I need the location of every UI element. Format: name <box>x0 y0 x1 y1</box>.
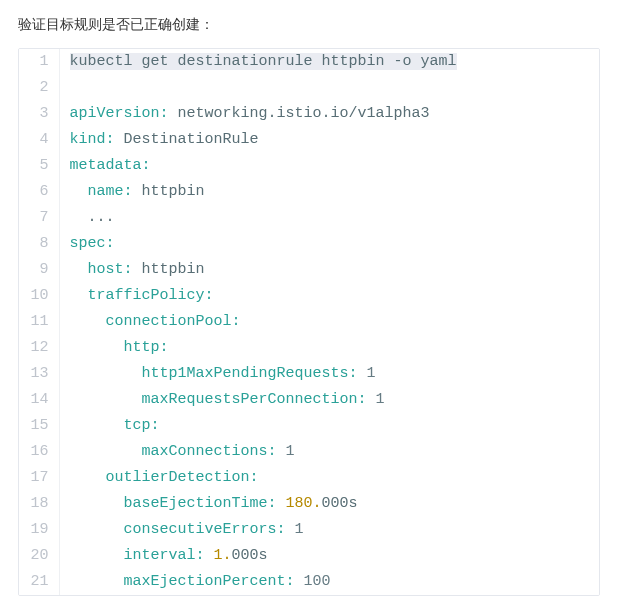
code-line: 10 trafficPolicy: <box>19 283 599 309</box>
line-number: 10 <box>19 283 59 309</box>
code-token: ... <box>70 209 115 226</box>
code-token <box>70 287 88 304</box>
code-line: 1kubectl get destinationrule httpbin -o … <box>19 49 599 75</box>
code-token <box>70 365 142 382</box>
line-content: name: httpbin <box>59 179 599 205</box>
line-content: apiVersion: networking.istio.io/v1alpha3 <box>59 101 599 127</box>
code-token: 1. <box>214 547 232 564</box>
line-content: ... <box>59 205 599 231</box>
line-content: spec: <box>59 231 599 257</box>
code-token: consecutiveErrors: <box>124 521 286 538</box>
line-number: 4 <box>19 127 59 153</box>
code-token: baseEjectionTime: <box>124 495 277 512</box>
code-line: 7 ... <box>19 205 599 231</box>
code-line: 5metadata: <box>19 153 599 179</box>
line-number: 6 <box>19 179 59 205</box>
code-line: 9 host: httpbin <box>19 257 599 283</box>
code-line: 17 outlierDetection: <box>19 465 599 491</box>
code-token: outlierDetection: <box>106 469 259 486</box>
code-line: 13 http1MaxPendingRequests: 1 <box>19 361 599 387</box>
code-line: 4kind: DestinationRule <box>19 127 599 153</box>
code-token: spec: <box>70 235 115 252</box>
code-token <box>70 495 124 512</box>
line-content: connectionPool: <box>59 309 599 335</box>
code-token <box>70 547 124 564</box>
code-line: 14 maxRequestsPerConnection: 1 <box>19 387 599 413</box>
code-token: trafficPolicy: <box>88 287 214 304</box>
line-content: consecutiveErrors: 1 <box>59 517 599 543</box>
line-content: metadata: <box>59 153 599 179</box>
code-token: 1 <box>295 521 304 538</box>
code-line: 6 name: httpbin <box>19 179 599 205</box>
line-content: http1MaxPendingRequests: 1 <box>59 361 599 387</box>
line-content: interval: 1.000s <box>59 543 599 569</box>
line-number: 9 <box>19 257 59 283</box>
code-token <box>277 495 286 512</box>
code-line: 3apiVersion: networking.istio.io/v1alpha… <box>19 101 599 127</box>
line-number: 11 <box>19 309 59 335</box>
code-token: maxConnections: <box>142 443 277 460</box>
code-token: name: <box>88 183 133 200</box>
code-token: 000s <box>232 547 268 564</box>
line-number: 5 <box>19 153 59 179</box>
code-token: 1 <box>367 365 376 382</box>
code-token <box>277 443 286 460</box>
code-token: 1 <box>376 391 385 408</box>
code-block: 1kubectl get destinationrule httpbin -o … <box>18 48 600 596</box>
line-content: maxEjectionPercent: 100 <box>59 569 599 595</box>
line-number: 13 <box>19 361 59 387</box>
line-number: 16 <box>19 439 59 465</box>
code-token: httpbin <box>133 261 205 278</box>
code-line: 16 maxConnections: 1 <box>19 439 599 465</box>
code-token: host: <box>88 261 133 278</box>
line-number: 18 <box>19 491 59 517</box>
code-line: 11 connectionPool: <box>19 309 599 335</box>
code-token <box>70 391 142 408</box>
line-number: 8 <box>19 231 59 257</box>
code-token: connectionPool: <box>106 313 241 330</box>
code-token: apiVersion: <box>70 105 169 122</box>
code-line: 12 http: <box>19 335 599 361</box>
code-line: 19 consecutiveErrors: 1 <box>19 517 599 543</box>
code-line: 21 maxEjectionPercent: 100 <box>19 569 599 595</box>
code-token <box>70 313 106 330</box>
code-token: http1MaxPendingRequests: <box>142 365 358 382</box>
line-content: http: <box>59 335 599 361</box>
line-content: trafficPolicy: <box>59 283 599 309</box>
code-token <box>70 521 124 538</box>
code-token: metadata: <box>70 157 151 174</box>
code-token <box>70 469 106 486</box>
code-token: http: <box>124 339 169 356</box>
code-line: 8spec: <box>19 231 599 257</box>
intro-paragraph: 验证目标规则是否已正确创建： <box>18 16 600 34</box>
code-token <box>70 261 88 278</box>
code-token: tcp: <box>124 417 160 434</box>
code-token <box>205 547 214 564</box>
line-content: kind: DestinationRule <box>59 127 599 153</box>
line-content: tcp: <box>59 413 599 439</box>
code-token <box>295 573 304 590</box>
code-token: 1 <box>286 443 295 460</box>
code-token <box>358 365 367 382</box>
line-number: 3 <box>19 101 59 127</box>
line-number: 1 <box>19 49 59 75</box>
line-number: 2 <box>19 75 59 101</box>
code-line: 2 <box>19 75 599 101</box>
code-token: interval: <box>124 547 205 564</box>
code-token <box>70 443 142 460</box>
code-token: maxEjectionPercent: <box>124 573 295 590</box>
code-line: 15 tcp: <box>19 413 599 439</box>
line-number: 20 <box>19 543 59 569</box>
code-token: kind: <box>70 131 115 148</box>
code-token: maxRequestsPerConnection: <box>142 391 367 408</box>
code-token: networking.istio.io/v1alpha3 <box>169 105 430 122</box>
line-content: maxRequestsPerConnection: 1 <box>59 387 599 413</box>
code-token: 000s <box>322 495 358 512</box>
code-token: httpbin <box>133 183 205 200</box>
line-content <box>59 75 599 101</box>
code-token <box>70 573 124 590</box>
code-token <box>70 183 88 200</box>
line-number: 17 <box>19 465 59 491</box>
line-number: 14 <box>19 387 59 413</box>
command-highlight: kubectl get destinationrule httpbin -o y… <box>70 53 457 70</box>
